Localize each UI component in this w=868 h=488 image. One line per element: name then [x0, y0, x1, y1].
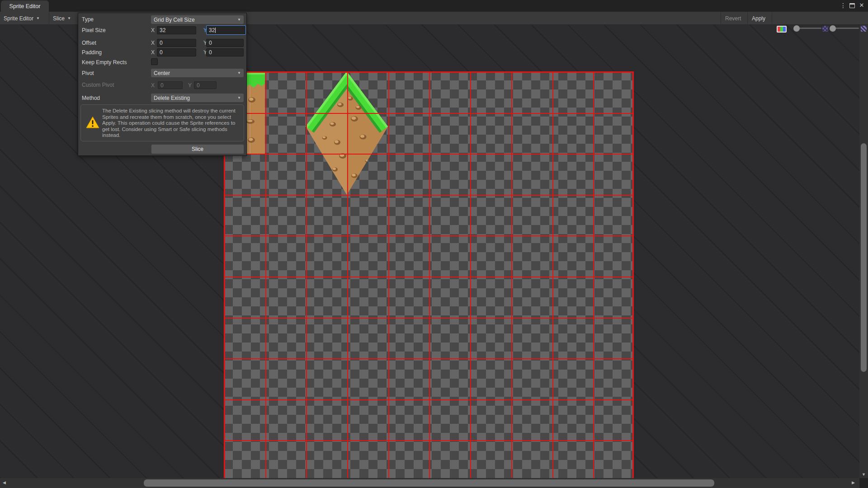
method-label: Method	[82, 95, 100, 101]
offset-label: Offset	[82, 40, 96, 46]
mip-slider-track[interactable]	[833, 28, 859, 29]
slice-dropdown-label: Slice	[53, 15, 65, 22]
warning-icon	[86, 116, 99, 129]
alpha-slider-track[interactable]	[797, 28, 821, 29]
padding-x-field[interactable]: 0	[157, 48, 196, 56]
rgb-channels-icon[interactable]	[777, 26, 787, 33]
close-icon[interactable]: ✕	[858, 2, 865, 9]
pivot-dropdown[interactable]: Center ▼	[151, 69, 244, 77]
slice-panel: Type Grid By Cell Size ▼ Pixel Size X 32…	[78, 13, 247, 156]
pixel-size-y-field[interactable]: 32	[206, 25, 246, 35]
method-value: Delete Existing	[154, 95, 190, 101]
sprite-editor-mode-label: Sprite Editor	[4, 15, 33, 22]
offset-x-value: 0	[160, 40, 163, 46]
toolbar-separator	[721, 12, 721, 25]
padding-x-axis-label: X	[151, 49, 155, 56]
slice-button-label: Slice	[192, 146, 203, 152]
pixel-size-x-field[interactable]: 32	[157, 26, 196, 34]
horizontal-scrollbar[interactable]: ◀ ▶	[0, 478, 859, 488]
type-value: Grid By Cell Size	[154, 17, 195, 23]
toolbar-separator	[772, 12, 772, 25]
revert-label: Revert	[725, 15, 741, 22]
slice-dropdown-button[interactable]: Slice ▼	[49, 12, 75, 25]
alpha-slider-handle[interactable]	[793, 25, 800, 32]
custom-pivot-y-value: 0	[197, 82, 200, 89]
type-dropdown[interactable]: Grid By Cell Size ▼	[151, 15, 244, 24]
custom-pivot-x-value: 0	[160, 82, 164, 89]
scrollbar-corner	[859, 478, 868, 488]
offset-y-field[interactable]: 0	[206, 39, 244, 47]
pixel-size-y-value: 32	[209, 27, 215, 33]
title-bar: Sprite Editor ⋮ ✕	[0, 0, 868, 12]
tab-title: Sprite Editor	[9, 3, 41, 9]
custom-pivot-y-axis-label: Y	[188, 82, 192, 89]
method-dropdown[interactable]: Delete Existing ▼	[151, 94, 244, 102]
pivot-value: Center	[154, 70, 170, 76]
padding-y-value: 0	[209, 49, 212, 56]
toolbar-separator	[747, 12, 748, 25]
offset-y-value: 0	[209, 40, 212, 46]
vertical-scrollbar-thumb[interactable]	[861, 143, 867, 372]
scroll-right-icon[interactable]: ▶	[852, 481, 855, 485]
keep-empty-rects-checkbox[interactable]	[151, 58, 158, 65]
sprite-editor-mode-dropdown[interactable]: Sprite Editor ▼	[0, 12, 43, 25]
vertical-scrollbar[interactable]: ▲ ▼	[859, 25, 868, 478]
slice-button[interactable]: Slice	[151, 144, 244, 154]
custom-pivot-y-field: 0	[194, 81, 217, 89]
kebab-menu-icon[interactable]: ⋮	[840, 2, 847, 9]
mip-stripes-icon	[861, 26, 867, 32]
warning-text: The Delete Existing slicing method will …	[102, 108, 242, 139]
delete-existing-warning: The Delete Existing slicing method will …	[80, 104, 244, 141]
custom-pivot-label: Custom Pivot	[82, 82, 114, 88]
text-caret	[215, 28, 216, 33]
custom-pivot-x-axis-label: X	[151, 82, 155, 89]
chevron-down-icon: ▼	[36, 17, 40, 20]
type-label: Type	[82, 16, 94, 23]
alpha-checker-icon	[822, 26, 828, 32]
pivot-label: Pivot	[82, 70, 94, 76]
iso-grass-block-sprite[interactable]	[306, 71, 388, 195]
pixel-size-x-value: 32	[160, 27, 165, 33]
scroll-left-icon[interactable]: ◀	[3, 481, 6, 485]
pixel-x-axis-label: X	[151, 27, 155, 33]
chevron-down-icon: ▼	[237, 18, 241, 22]
offset-x-axis-label: X	[151, 40, 155, 46]
padding-label: Padding	[82, 49, 102, 56]
maximize-icon[interactable]	[849, 3, 855, 8]
revert-button[interactable]: Revert	[722, 12, 745, 25]
chevron-down-icon: ▼	[237, 71, 241, 75]
apply-label: Apply	[752, 15, 765, 22]
horizontal-scrollbar-thumb[interactable]	[144, 479, 714, 487]
sprite-editor-tab[interactable]: Sprite Editor	[1, 0, 49, 12]
offset-x-field[interactable]: 0	[157, 39, 196, 47]
padding-x-value: 0	[160, 49, 163, 56]
custom-pivot-x-field: 0	[158, 81, 183, 89]
keep-empty-rects-label: Keep Empty Rects	[82, 59, 127, 66]
chevron-down-icon: ▼	[237, 96, 241, 100]
scroll-down-icon[interactable]: ▼	[862, 473, 866, 477]
mip-slider-handle[interactable]	[830, 25, 836, 32]
pixel-size-label: Pixel Size	[82, 27, 106, 33]
padding-y-field[interactable]: 0	[206, 48, 244, 56]
texture-transparency-checker	[224, 71, 634, 481]
chevron-down-icon: ▼	[67, 17, 71, 20]
sprite-editor-window: ▲ ▼ ◀ ▶ Sprite Editor ⋮ ✕ Sprite Editor …	[0, 0, 868, 488]
apply-button[interactable]: Apply	[748, 12, 769, 25]
